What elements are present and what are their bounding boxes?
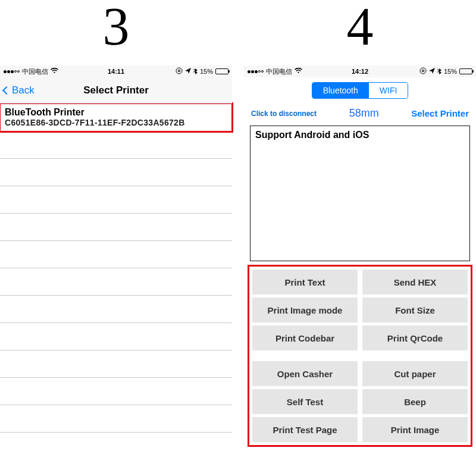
signal-dots-icon <box>4 70 20 73</box>
print-test-page-button[interactable]: Print Test Page <box>252 417 358 442</box>
print-codebar-button[interactable]: Print Codebar <box>252 325 358 350</box>
status-bar: 中国电信 14:12 15% <box>244 65 476 77</box>
print-text-button[interactable]: Print Text <box>252 270 358 295</box>
grid-spacer <box>252 353 468 358</box>
battery-icon <box>215 68 228 74</box>
font-size-button[interactable]: Font Size <box>362 298 468 322</box>
list-item <box>0 405 232 433</box>
print-image-button[interactable]: Print Image <box>362 417 468 442</box>
battery-pct: 15% <box>200 68 213 75</box>
orientation-lock-icon <box>419 67 427 76</box>
send-hex-button[interactable]: Send HEX <box>362 270 468 295</box>
figure-number: 3 <box>0 0 232 65</box>
wifi-icon <box>51 68 58 75</box>
disconnect-link[interactable]: Click to disconnect <box>251 109 317 118</box>
sub-toolbar: Click to disconnect 58mm Select Printer <box>244 104 476 126</box>
screenshot-4: 4 中国电信 14:12 15% <box>244 0 476 476</box>
bluetooth-icon <box>437 67 441 76</box>
printer-row[interactable]: BlueTooth Printer C6051E86-3DCD-7F11-11E… <box>0 104 232 131</box>
list-item <box>0 186 232 214</box>
printer-list: BlueTooth Printer C6051E86-3DCD-7F11-11E… <box>0 104 232 476</box>
list-item <box>0 131 232 159</box>
print-image-mode-button[interactable]: Print Image mode <box>252 298 358 322</box>
connection-toolbar: Bluetooth WIFI <box>244 77 476 104</box>
wifi-icon <box>295 68 302 75</box>
location-icon <box>185 68 191 75</box>
carrier-label: 中国电信 <box>266 67 292 76</box>
screenshot-3: 3 中国电信 14:11 15% <box>0 0 232 476</box>
carrier-label: 中国电信 <box>22 67 48 76</box>
list-item <box>0 214 232 241</box>
figure-number: 4 <box>244 0 476 65</box>
bluetooth-icon <box>193 67 198 76</box>
back-button[interactable]: Back <box>0 84 35 96</box>
battery-pct: 15% <box>444 68 457 75</box>
list-item <box>0 159 232 186</box>
print-qrcode-button[interactable]: Print QrCode <box>362 325 468 350</box>
connection-segmented-control: Bluetooth WIFI <box>312 82 409 99</box>
svg-point-1 <box>420 68 426 74</box>
signal-dots-icon <box>248 70 264 73</box>
list-item <box>0 241 232 268</box>
list-item <box>0 296 232 323</box>
open-casher-button[interactable]: Open Casher <box>252 361 358 386</box>
orientation-lock-icon <box>176 67 183 76</box>
cut-paper-button[interactable]: Cut paper <box>362 361 468 386</box>
list-item <box>0 323 232 350</box>
seg-bluetooth[interactable]: Bluetooth <box>312 83 369 98</box>
chevron-left-icon <box>2 86 11 94</box>
select-printer-link[interactable]: Select Printer <box>411 108 469 118</box>
battery-icon <box>459 68 472 74</box>
nav-title: Select Printer <box>0 84 232 96</box>
seg-wifi[interactable]: WIFI <box>369 83 408 98</box>
list-item <box>0 378 232 405</box>
status-time: 14:12 <box>352 68 368 75</box>
status-bar: 中国电信 14:11 15% <box>0 65 232 77</box>
status-time: 14:11 <box>108 68 124 75</box>
beep-button[interactable]: Beep <box>362 389 468 414</box>
printer-name: BlueTooth Printer <box>5 107 227 118</box>
printer-uuid: C6051E86-3DCD-7F11-11EF-F2DC33A5672B <box>5 118 227 127</box>
list-item <box>0 268 232 296</box>
location-icon <box>429 68 435 75</box>
nav-bar: Back Select Printer <box>0 77 232 104</box>
list-item <box>0 350 232 378</box>
action-button-grid: Print Text Send HEX Print Image mode Fon… <box>249 266 471 446</box>
back-label: Back <box>12 84 35 96</box>
text-input[interactable]: Support Android and iOS <box>250 126 470 261</box>
svg-point-0 <box>176 68 182 74</box>
paper-size-button[interactable]: 58mm <box>349 107 379 120</box>
self-test-button[interactable]: Self Test <box>252 389 358 414</box>
